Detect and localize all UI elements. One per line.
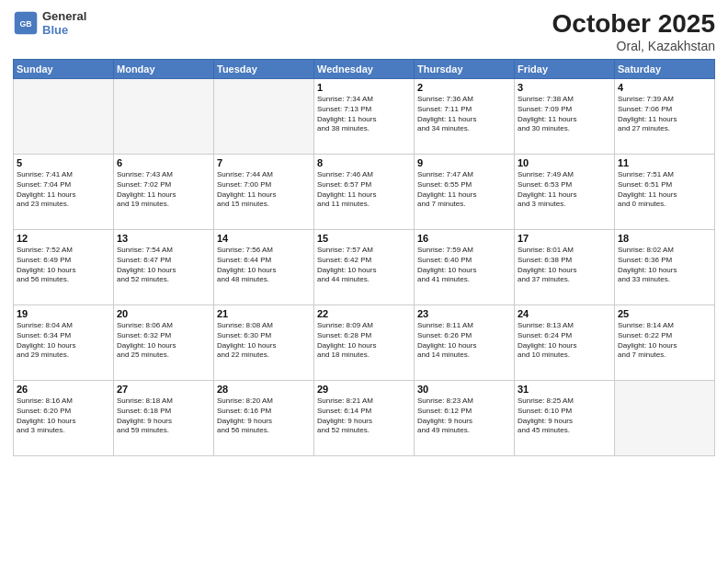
- day-number: 2: [417, 82, 511, 93]
- day-number: 14: [217, 233, 311, 244]
- calendar-cell: 7Sunrise: 7:44 AM Sunset: 7:00 PM Daylig…: [214, 155, 314, 230]
- calendar-cell: 2Sunrise: 7:36 AM Sunset: 7:11 PM Daylig…: [415, 79, 515, 155]
- day-header: Saturday: [615, 60, 715, 79]
- calendar-table: SundayMondayTuesdayWednesdayThursdayFrid…: [13, 59, 715, 456]
- day-number: 5: [17, 157, 110, 168]
- calendar-cell: 4Sunrise: 7:39 AM Sunset: 7:06 PM Daylig…: [615, 79, 715, 155]
- calendar-cell: 15Sunrise: 7:57 AM Sunset: 6:42 PM Dayli…: [314, 230, 415, 305]
- location: Oral, Kazakhstan: [552, 39, 715, 53]
- day-number: 29: [317, 384, 411, 395]
- day-number: 11: [618, 157, 711, 168]
- day-number: 12: [17, 233, 110, 244]
- day-number: 8: [317, 157, 411, 168]
- day-info: Sunrise: 7:44 AM Sunset: 7:00 PM Dayligh…: [217, 170, 311, 210]
- day-number: 26: [17, 384, 110, 395]
- day-header: Wednesday: [314, 60, 415, 79]
- day-header: Tuesday: [214, 60, 314, 79]
- day-info: Sunrise: 7:54 AM Sunset: 6:47 PM Dayligh…: [117, 246, 210, 285]
- day-info: Sunrise: 8:14 AM Sunset: 6:22 PM Dayligh…: [618, 321, 711, 361]
- day-number: 28: [217, 384, 311, 395]
- day-info: Sunrise: 7:46 AM Sunset: 6:57 PM Dayligh…: [317, 170, 411, 210]
- day-number: 3: [518, 82, 611, 93]
- day-info: Sunrise: 7:59 AM Sunset: 6:40 PM Dayligh…: [417, 246, 511, 285]
- calendar-cell: 9Sunrise: 7:47 AM Sunset: 6:55 PM Daylig…: [415, 155, 515, 230]
- day-info: Sunrise: 8:11 AM Sunset: 6:26 PM Dayligh…: [417, 321, 511, 361]
- logo: GB General Blue: [13, 9, 86, 37]
- title-block: October 2025 Oral, Kazakhstan: [552, 9, 715, 53]
- calendar-cell: 16Sunrise: 7:59 AM Sunset: 6:40 PM Dayli…: [415, 230, 515, 305]
- day-info: Sunrise: 8:23 AM Sunset: 6:12 PM Dayligh…: [417, 396, 511, 436]
- calendar-cell: 21Sunrise: 8:08 AM Sunset: 6:30 PM Dayli…: [214, 305, 314, 381]
- day-number: 15: [317, 233, 411, 244]
- calendar-cell: 30Sunrise: 8:23 AM Sunset: 6:12 PM Dayli…: [415, 381, 515, 456]
- calendar-cell: 28Sunrise: 8:20 AM Sunset: 6:16 PM Dayli…: [214, 381, 314, 456]
- day-info: Sunrise: 8:18 AM Sunset: 6:18 PM Dayligh…: [117, 396, 210, 436]
- day-number: 31: [518, 384, 611, 395]
- calendar-cell: 31Sunrise: 8:25 AM Sunset: 6:10 PM Dayli…: [515, 381, 615, 456]
- week-row: 5Sunrise: 7:41 AM Sunset: 7:04 PM Daylig…: [14, 155, 715, 230]
- day-number: 20: [117, 308, 210, 319]
- day-number: 7: [217, 157, 311, 168]
- day-info: Sunrise: 7:43 AM Sunset: 7:02 PM Dayligh…: [117, 170, 210, 210]
- calendar-container: GB General Blue October 2025 Oral, Kazak…: [0, 0, 728, 563]
- calendar-cell: 12Sunrise: 7:52 AM Sunset: 6:49 PM Dayli…: [14, 230, 114, 305]
- day-info: Sunrise: 8:09 AM Sunset: 6:28 PM Dayligh…: [317, 321, 411, 361]
- day-number: 9: [417, 157, 511, 168]
- day-info: Sunrise: 8:02 AM Sunset: 6:36 PM Dayligh…: [618, 246, 711, 285]
- day-header: Monday: [114, 60, 214, 79]
- calendar-cell: 29Sunrise: 8:21 AM Sunset: 6:14 PM Dayli…: [314, 381, 415, 456]
- day-info: Sunrise: 7:49 AM Sunset: 6:53 PM Dayligh…: [518, 170, 611, 210]
- day-info: Sunrise: 7:34 AM Sunset: 7:13 PM Dayligh…: [317, 95, 411, 134]
- calendar-cell: 14Sunrise: 7:56 AM Sunset: 6:44 PM Dayli…: [214, 230, 314, 305]
- calendar-cell: 3Sunrise: 7:38 AM Sunset: 7:09 PM Daylig…: [515, 79, 615, 155]
- day-header: Sunday: [14, 60, 114, 79]
- day-info: Sunrise: 7:51 AM Sunset: 6:51 PM Dayligh…: [618, 170, 711, 210]
- calendar-cell: 27Sunrise: 8:18 AM Sunset: 6:18 PM Dayli…: [114, 381, 214, 456]
- week-row: 1Sunrise: 7:34 AM Sunset: 7:13 PM Daylig…: [14, 79, 715, 155]
- calendar-cell: 5Sunrise: 7:41 AM Sunset: 7:04 PM Daylig…: [14, 155, 114, 230]
- day-header: Friday: [515, 60, 615, 79]
- day-number: 21: [217, 308, 311, 319]
- week-row: 19Sunrise: 8:04 AM Sunset: 6:34 PM Dayli…: [14, 305, 715, 381]
- calendar-cell: 22Sunrise: 8:09 AM Sunset: 6:28 PM Dayli…: [314, 305, 415, 381]
- day-number: 1: [317, 82, 411, 93]
- day-number: 18: [618, 233, 711, 244]
- day-info: Sunrise: 7:38 AM Sunset: 7:09 PM Dayligh…: [518, 95, 611, 134]
- calendar-cell: [114, 79, 214, 155]
- calendar-cell: 11Sunrise: 7:51 AM Sunset: 6:51 PM Dayli…: [615, 155, 715, 230]
- day-number: 10: [518, 157, 611, 168]
- week-row: 26Sunrise: 8:16 AM Sunset: 6:20 PM Dayli…: [14, 381, 715, 456]
- day-number: 25: [618, 308, 711, 319]
- day-info: Sunrise: 8:08 AM Sunset: 6:30 PM Dayligh…: [217, 321, 311, 361]
- day-number: 30: [417, 384, 511, 395]
- day-info: Sunrise: 8:25 AM Sunset: 6:10 PM Dayligh…: [518, 396, 611, 436]
- svg-text:GB: GB: [19, 19, 31, 29]
- calendar-cell: 13Sunrise: 7:54 AM Sunset: 6:47 PM Dayli…: [114, 230, 214, 305]
- calendar-cell: 1Sunrise: 7:34 AM Sunset: 7:13 PM Daylig…: [314, 79, 415, 155]
- calendar-cell: [214, 79, 314, 155]
- day-info: Sunrise: 8:20 AM Sunset: 6:16 PM Dayligh…: [217, 396, 311, 436]
- day-info: Sunrise: 8:01 AM Sunset: 6:38 PM Dayligh…: [518, 246, 611, 285]
- day-number: 22: [317, 308, 411, 319]
- day-info: Sunrise: 7:52 AM Sunset: 6:49 PM Dayligh…: [17, 246, 110, 285]
- day-number: 6: [117, 157, 210, 168]
- day-info: Sunrise: 7:56 AM Sunset: 6:44 PM Dayligh…: [217, 246, 311, 285]
- day-info: Sunrise: 7:36 AM Sunset: 7:11 PM Dayligh…: [417, 95, 511, 134]
- day-info: Sunrise: 8:16 AM Sunset: 6:20 PM Dayligh…: [17, 396, 110, 436]
- calendar-cell: 20Sunrise: 8:06 AM Sunset: 6:32 PM Dayli…: [114, 305, 214, 381]
- day-number: 23: [417, 308, 511, 319]
- calendar-cell: 17Sunrise: 8:01 AM Sunset: 6:38 PM Dayli…: [515, 230, 615, 305]
- calendar-cell: [615, 381, 715, 456]
- day-info: Sunrise: 8:21 AM Sunset: 6:14 PM Dayligh…: [317, 396, 411, 436]
- day-info: Sunrise: 8:04 AM Sunset: 6:34 PM Dayligh…: [17, 321, 110, 361]
- day-info: Sunrise: 8:06 AM Sunset: 6:32 PM Dayligh…: [117, 321, 210, 361]
- days-header-row: SundayMondayTuesdayWednesdayThursdayFrid…: [14, 60, 715, 79]
- day-info: Sunrise: 7:47 AM Sunset: 6:55 PM Dayligh…: [417, 170, 511, 210]
- day-info: Sunrise: 8:13 AM Sunset: 6:24 PM Dayligh…: [518, 321, 611, 361]
- calendar-cell: 19Sunrise: 8:04 AM Sunset: 6:34 PM Dayli…: [14, 305, 114, 381]
- day-info: Sunrise: 7:39 AM Sunset: 7:06 PM Dayligh…: [618, 95, 711, 134]
- header: GB General Blue October 2025 Oral, Kazak…: [13, 9, 715, 53]
- day-number: 13: [117, 233, 210, 244]
- calendar-cell: 8Sunrise: 7:46 AM Sunset: 6:57 PM Daylig…: [314, 155, 415, 230]
- calendar-cell: 23Sunrise: 8:11 AM Sunset: 6:26 PM Dayli…: [415, 305, 515, 381]
